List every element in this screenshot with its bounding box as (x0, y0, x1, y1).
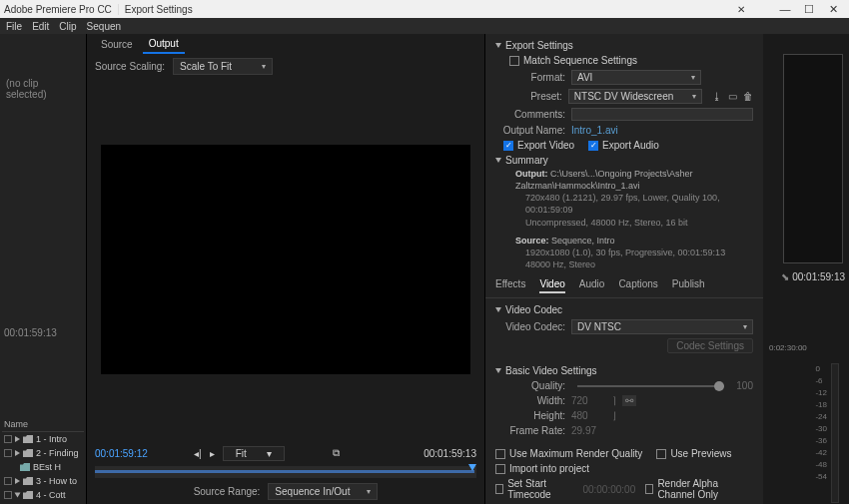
source-scaling-label: Source Scaling: (95, 61, 165, 72)
source-range-dropdown[interactable]: Sequence In/Out▾ (268, 483, 378, 500)
comments-input[interactable] (571, 108, 753, 121)
title-bar: Adobe Premiere Pro CC Export Settings ✕ … (0, 0, 849, 18)
tab-output[interactable]: Output (143, 35, 185, 54)
crop-icon[interactable]: ⧉ (333, 447, 340, 459)
audio-meter-ticks: 0 -6 -12 -18 -24 -30 -36 -42 -48 -54 (815, 363, 827, 483)
format-dropdown[interactable]: AVI▾ (571, 70, 701, 85)
program-monitor-thumb (783, 54, 843, 263)
bin-row[interactable]: 1 - Intro (2, 432, 84, 446)
preset-dropdown[interactable]: NTSC DV Widescreen▾ (568, 89, 702, 104)
menu-file[interactable]: File (2, 21, 26, 32)
monitor-timecode: 00:01:59:13 (0, 323, 86, 342)
preview-tabs: Source Output (87, 34, 484, 54)
alpha-checkbox[interactable]: Render Alpha Channel Only (645, 478, 753, 500)
project-bins: Name 1 - Intro 2 - Finding BEst H 3 - Ho… (0, 417, 86, 504)
tab-source[interactable]: Source (95, 36, 139, 53)
preset-label: Preset: (495, 91, 562, 102)
step-back-icon[interactable]: ◂| (194, 448, 202, 459)
tab-effects[interactable]: Effects (495, 278, 525, 293)
basic-video-header[interactable]: Basic Video Settings (495, 363, 753, 378)
maximize-icon[interactable]: ☐ (797, 3, 821, 16)
quality-slider[interactable] (577, 385, 724, 387)
start-timecode-checkbox[interactable]: Set Start Timecode (495, 478, 572, 500)
tab-video[interactable]: Video (539, 278, 564, 293)
video-codec-label: Video Codec: (495, 321, 565, 332)
export-audio-checkbox[interactable]: ✓Export Audio (588, 140, 659, 151)
minimize-icon[interactable]: — (773, 3, 797, 16)
output-name-link[interactable]: Intro_1.avi (571, 125, 618, 136)
menu-edit[interactable]: Edit (28, 21, 53, 32)
save-preset-icon[interactable]: ⭳ (712, 91, 722, 102)
app-title: Adobe Premiere Pro CC (4, 4, 118, 15)
project-panel-background: (no clip selected) 00:01:59:13 Name 1 - … (0, 34, 86, 504)
max-render-checkbox[interactable]: Use Maximum Render Quality (495, 448, 642, 459)
timeline-ruler: 0:02:30:00 (769, 343, 845, 352)
window-controls: — ☐ ✕ (773, 3, 845, 16)
bin-row[interactable]: 2 - Finding (2, 446, 84, 460)
width-label: Width: (495, 395, 565, 406)
quality-label: Quality: (495, 380, 565, 391)
delete-preset-icon[interactable]: 🗑 (743, 91, 753, 102)
video-preview (101, 145, 470, 374)
video-codec-dropdown[interactable]: DV NTSC▾ (571, 319, 753, 334)
export-settings-panel: Export Settings Match Sequence Settings … (485, 34, 763, 504)
zoom-fit-dropdown[interactable]: Fit▾ (223, 446, 285, 461)
tab-audio[interactable]: Audio (579, 278, 605, 293)
use-previews-checkbox[interactable]: Use Previews (656, 448, 731, 459)
video-codec-header[interactable]: Video Codec (495, 302, 753, 317)
timeline-panel-background: ⬊ 00:01:59:13 0:02:30:00 0 -6 -12 -18 -2… (763, 34, 849, 504)
playhead-icon[interactable] (468, 464, 476, 471)
scrub-bar[interactable] (95, 466, 476, 478)
program-timecode: ⬊ 00:01:59:13 (781, 271, 845, 282)
tab-captions[interactable]: Captions (618, 278, 657, 293)
format-label: Format: (495, 72, 565, 83)
audio-meter (831, 363, 839, 503)
source-scaling-dropdown[interactable]: Scale To Fit▾ (173, 58, 273, 75)
bin-row[interactable]: 3 - How to (2, 474, 84, 488)
menu-clip[interactable]: Clip (55, 21, 80, 32)
preview-pane: Source Output Source Scaling: Scale To F… (86, 34, 485, 504)
import-preset-icon[interactable]: ▭ (728, 91, 737, 102)
close-icon[interactable]: ✕ (821, 3, 845, 16)
summary-header[interactable]: Summary (495, 153, 753, 168)
menu-sequence[interactable]: Sequen (83, 21, 125, 32)
quality-value: 100 (736, 380, 753, 391)
play-icon[interactable]: ▸ (210, 448, 215, 459)
timecode-in[interactable]: 00:01:59:12 (95, 448, 148, 459)
import-project-checkbox[interactable]: Import into project (495, 463, 589, 474)
tab-publish[interactable]: Publish (672, 278, 705, 293)
no-clip-label: (no clip selected) (0, 74, 86, 104)
source-range-label: Source Range: (194, 486, 261, 497)
menu-bar: File Edit Clip Sequen (0, 18, 849, 34)
frame-rate-value[interactable]: 29.97 (571, 425, 596, 436)
close-dialog-icon[interactable]: ✕ (729, 4, 753, 15)
height-value[interactable]: 480 (571, 410, 588, 421)
settings-tabs: Effects Video Audio Captions Publish (485, 274, 763, 298)
export-settings-header[interactable]: Export Settings (495, 38, 753, 53)
export-video-checkbox[interactable]: ✓Export Video (503, 140, 574, 151)
dialog-title: Export Settings (118, 4, 193, 15)
bin-row[interactable]: BEst H (2, 460, 84, 474)
output-name-label: Output Name: (495, 125, 565, 136)
comments-label: Comments: (495, 109, 565, 120)
match-sequence-checkbox[interactable]: Match Sequence Settings (509, 55, 637, 66)
codec-settings-button[interactable]: Codec Settings (667, 338, 753, 353)
link-icon[interactable]: ⚯ (622, 395, 636, 406)
start-timecode-value: 00:00:00:00 (582, 484, 635, 495)
frame-rate-label: Frame Rate: (495, 425, 565, 436)
timecode-out[interactable]: 00:01:59:13 (424, 448, 476, 459)
bin-row[interactable]: 4 - Cott (2, 488, 84, 502)
height-label: Height: (495, 410, 565, 421)
width-value[interactable]: 720 (571, 395, 588, 406)
bin-header: Name (2, 417, 84, 432)
